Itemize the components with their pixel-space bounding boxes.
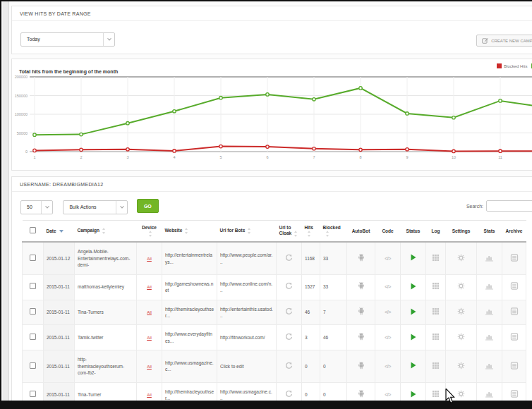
log-grid-icon[interactable]: [432, 254, 440, 262]
legend-item[interactable]: Blocked Hits: [497, 63, 527, 68]
page-size-select[interactable]: 50: [20, 200, 53, 214]
row-checkbox[interactable]: [30, 283, 36, 289]
archive-box-icon[interactable]: [510, 254, 519, 262]
row-checkbox[interactable]: [30, 308, 36, 315]
sort-icon[interactable]: [148, 231, 153, 237]
log-cell: [426, 350, 446, 382]
play-status-icon[interactable]: [411, 254, 416, 261]
archive-box-icon[interactable]: [510, 333, 519, 341]
bar-chart-stats-icon[interactable]: [485, 362, 494, 370]
row-checkbox[interactable]: [30, 362, 36, 369]
chevron-down-icon: [41, 201, 52, 214]
date-cell: 2015-01-11: [44, 382, 75, 401]
android-robot-icon[interactable]: [357, 307, 365, 316]
log-grid-icon[interactable]: [432, 333, 440, 341]
blocked-cell: 46: [320, 325, 347, 350]
log-grid-icon[interactable]: [432, 307, 440, 315]
cloak-refresh-icon[interactable]: [285, 390, 293, 398]
data-point: [266, 145, 269, 148]
play-status-icon[interactable]: [411, 391, 416, 398]
log-grid-icon[interactable]: [432, 362, 440, 370]
column-header-website[interactable]: Website: [162, 221, 217, 243]
cloak-refresh-icon[interactable]: [285, 254, 293, 262]
status-cell: [401, 274, 426, 300]
create-new-campaign-button[interactable]: CREATE NEW CAMPAIGN: [476, 35, 532, 47]
archive-box-icon[interactable]: [510, 307, 519, 315]
column-header-hits[interactable]: Hits: [302, 221, 320, 243]
device-all-link[interactable]: All: [147, 393, 152, 397]
android-robot-icon[interactable]: [357, 281, 365, 291]
sort-icon[interactable]: [184, 228, 189, 234]
bar-chart-stats-icon[interactable]: [485, 282, 494, 290]
android-robot-icon[interactable]: [357, 361, 365, 370]
device-all-link[interactable]: All: [147, 310, 152, 315]
row-checkbox[interactable]: [30, 391, 36, 397]
gear-icon[interactable]: [457, 307, 465, 315]
bulk-actions-select[interactable]: Bulk Actions: [63, 200, 128, 214]
sort-icon[interactable]: [247, 228, 252, 234]
data-point: [452, 116, 455, 119]
row-checkbox[interactable]: [30, 334, 36, 340]
archive-box-icon[interactable]: [510, 282, 519, 290]
url-for-bots-cell[interactable]: http://www.eonline.com/n...: [217, 274, 277, 300]
row-checkbox[interactable]: [30, 255, 36, 261]
device-all-link[interactable]: All: [147, 257, 152, 261]
date-range-select[interactable]: Today: [20, 32, 115, 47]
archive-box-icon[interactable]: [510, 390, 519, 398]
url-for-bots-cell[interactable]: http://www.people.com/ar...: [217, 242, 277, 274]
play-status-icon[interactable]: [411, 308, 416, 315]
column-header-campaign[interactable]: Campaign: [75, 221, 137, 243]
archive-box-icon[interactable]: [510, 362, 519, 370]
play-status-icon[interactable]: [411, 334, 416, 341]
code-cell: </>: [375, 274, 401, 300]
play-status-icon[interactable]: [411, 283, 416, 290]
column-header-url-to-cloak[interactable]: Url to Cloak: [277, 221, 302, 243]
data-point: [313, 147, 315, 150]
device-all-link[interactable]: All: [147, 336, 152, 340]
device-cell: All: [137, 350, 162, 382]
cloak-refresh-icon[interactable]: [285, 282, 293, 290]
sort-icon[interactable]: [294, 231, 298, 237]
search-input[interactable]: [486, 200, 532, 212]
url-for-bots-cell[interactable]: http://www.usmagazine.c...: [217, 382, 277, 401]
bar-chart-stats-icon[interactable]: [485, 254, 494, 262]
url-for-bots-cell[interactable]: Click to edit: [217, 350, 277, 382]
bar-chart-stats-icon[interactable]: [485, 333, 494, 341]
sort-icon[interactable]: [325, 231, 330, 237]
gear-icon[interactable]: [457, 362, 465, 370]
play-status-icon[interactable]: [411, 362, 416, 369]
column-header-blocked[interactable]: Blocked: [320, 221, 347, 243]
android-robot-icon[interactable]: [357, 332, 365, 341]
gear-icon[interactable]: [457, 254, 465, 262]
column-header-date[interactable]: Date: [44, 221, 75, 243]
data-point: [359, 148, 362, 151]
android-robot-icon[interactable]: [357, 253, 365, 262]
x-tick-label: 6: [266, 155, 268, 159]
cloak-refresh-icon[interactable]: [285, 307, 293, 315]
log-grid-icon[interactable]: [432, 390, 440, 398]
cloak-refresh-icon[interactable]: [285, 362, 293, 370]
column-header-url-for-bots[interactable]: Url for Bots: [217, 221, 277, 243]
android-robot-icon[interactable]: [357, 389, 365, 398]
settings-cell: [446, 274, 477, 300]
table-row: 2015-01-11 matthomas-kellylemley All htt…: [23, 274, 526, 300]
gear-icon[interactable]: [457, 282, 465, 290]
url-for-bots-cell[interactable]: http://fitnworkout.com/: [217, 325, 277, 350]
bar-chart-stats-icon[interactable]: [485, 390, 494, 398]
sort-desc-icon[interactable]: [59, 230, 64, 233]
username-panel-title: USERNAME: DREAMBIGMEDIA12: [12, 177, 532, 192]
gear-icon[interactable]: [457, 390, 465, 398]
select-all-checkbox[interactable]: [30, 227, 36, 233]
column-header-label: Date: [47, 228, 56, 233]
device-all-link[interactable]: All: [147, 285, 152, 289]
log-grid-icon[interactable]: [432, 282, 440, 290]
go-button[interactable]: GO: [137, 199, 159, 213]
sort-icon[interactable]: [307, 231, 312, 237]
column-header-device[interactable]: Device: [137, 221, 162, 243]
gear-icon[interactable]: [457, 333, 465, 341]
url-for-bots-cell[interactable]: http://entertainthis.usatod...: [217, 300, 277, 325]
device-all-link[interactable]: All: [147, 365, 152, 369]
sort-icon[interactable]: [102, 228, 107, 234]
cloak-refresh-icon[interactable]: [285, 333, 293, 341]
bar-chart-stats-icon[interactable]: [485, 307, 494, 315]
